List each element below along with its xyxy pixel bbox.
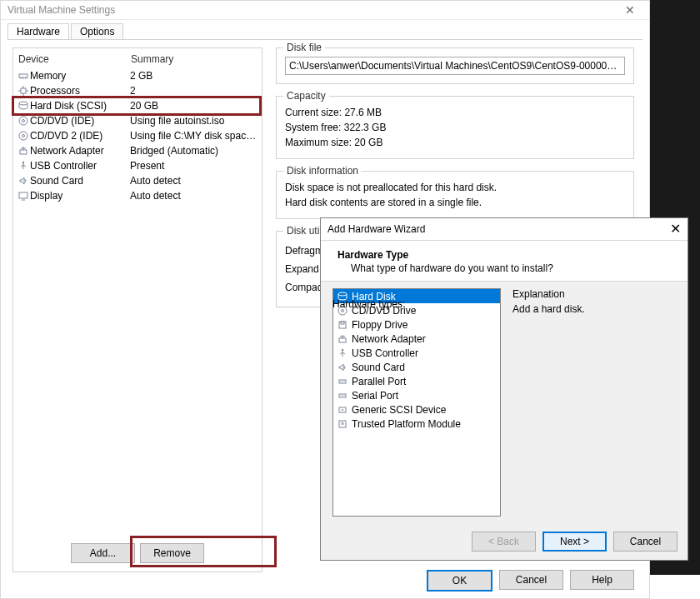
device-list-panel: Device Summary Memory2 GBProcessors2Hard… xyxy=(12,47,262,572)
svg-point-12 xyxy=(19,132,28,140)
device-row-display[interactable]: DisplayAuto detect xyxy=(17,188,258,203)
device-row-hard-disk-scsi-[interactable]: Hard Disk (SCSI)20 GB xyxy=(17,98,258,113)
device-summary: Auto detect xyxy=(130,190,258,202)
svg-rect-45 xyxy=(339,421,346,427)
help-button[interactable]: Help xyxy=(570,570,634,590)
device-summary: 2 GB xyxy=(130,70,258,82)
hw-item-parallel-port[interactable]: Parallel Port xyxy=(333,374,500,388)
wizard-cancel-button[interactable]: Cancel xyxy=(613,532,678,552)
col-device: Device xyxy=(18,53,131,65)
window-close-icon[interactable]: ✕ xyxy=(618,1,642,19)
svg-rect-4 xyxy=(21,88,26,93)
hardware-types-label: Hardware types: xyxy=(332,298,405,310)
tab-hardware[interactable]: Hardware xyxy=(8,23,69,39)
device-summary: Present xyxy=(130,160,258,172)
snd-icon xyxy=(17,176,30,186)
hw-item-sound-card[interactable]: Sound Card xyxy=(333,360,500,374)
svg-point-23 xyxy=(338,292,347,296)
device-row-memory[interactable]: Memory2 GB xyxy=(17,68,258,83)
hw-item-label: Parallel Port xyxy=(352,376,406,387)
svg-point-9 xyxy=(19,102,28,105)
tab-options[interactable]: Options xyxy=(71,23,123,39)
device-summary: 2 xyxy=(130,85,258,97)
col-summary: Summary xyxy=(131,53,257,65)
current-size-label: Current size: xyxy=(285,107,342,118)
ok-button[interactable]: OK xyxy=(427,570,492,592)
disk-file-path[interactable]: C:\Users\anwer\Documents\Virtual Machine… xyxy=(285,57,625,75)
system-free-value: 322.3 GB xyxy=(344,122,387,133)
max-size-value: 20 GB xyxy=(354,137,382,148)
svg-point-44 xyxy=(342,409,343,411)
disk-info-line1: Disk space is not preallocated for this … xyxy=(285,180,625,195)
device-row-cd-dvd-2-ide-[interactable]: CD/DVD 2 (IDE)Using file C:\MY disk spac… xyxy=(17,128,258,143)
hardware-types-list[interactable]: Hard DiskCD/DVD DriveFloppy DriveNetwork… xyxy=(332,288,501,517)
snd-icon xyxy=(337,362,348,372)
tpm-icon xyxy=(337,419,348,429)
max-size-label: Maximum size: xyxy=(285,137,352,148)
wizard-back-button: < Back xyxy=(472,532,536,552)
device-row-cd-dvd-ide-[interactable]: CD/DVD (IDE)Using file autoinst.iso xyxy=(17,113,258,128)
cpu-icon xyxy=(17,86,30,96)
hw-item-network-adapter[interactable]: Network Adapter xyxy=(333,332,500,346)
compact-label: Compact xyxy=(285,280,325,295)
svg-rect-26 xyxy=(339,322,346,328)
current-size-value: 27.6 MB xyxy=(344,107,382,118)
hw-item-label: Sound Card xyxy=(352,362,405,373)
hw-item-floppy-drive[interactable]: Floppy Drive xyxy=(333,317,500,332)
hw-item-serial-port[interactable]: Serial Port xyxy=(333,388,500,402)
wizard-close-icon[interactable]: ✕ xyxy=(670,218,681,240)
cd-icon xyxy=(17,116,30,126)
disp-icon xyxy=(17,191,30,201)
explanation-text: Add a hard disk. xyxy=(512,303,676,315)
add-button[interactable]: Add... xyxy=(71,543,135,563)
hw-item-label: Generic SCSI Device xyxy=(352,404,446,416)
disk-info-legend: Disk information xyxy=(283,165,362,177)
device-row-processors[interactable]: Processors2 xyxy=(17,83,258,98)
svg-rect-27 xyxy=(341,322,344,324)
svg-point-13 xyxy=(22,135,25,137)
floppy-icon xyxy=(337,320,348,330)
hw-item-label: Serial Port xyxy=(352,390,398,402)
device-summary: 20 GB xyxy=(130,100,258,112)
device-row-usb-controller[interactable]: USB ControllerPresent xyxy=(17,158,258,173)
explanation-label: Explanation xyxy=(512,288,676,300)
wizard-heading: Hardware Type xyxy=(338,249,671,261)
hw-item-label: Network Adapter xyxy=(352,333,426,345)
system-free-label: System free: xyxy=(285,122,341,133)
wizard-next-button[interactable]: Next > xyxy=(542,532,607,552)
svg-rect-14 xyxy=(20,150,27,154)
hw-item-label: Trusted Platform Module xyxy=(352,418,461,430)
scsi-icon xyxy=(337,405,348,415)
svg-rect-28 xyxy=(339,338,346,342)
device-name: Hard Disk (SCSI) xyxy=(30,100,130,112)
hw-item-trusted-platform-module[interactable]: Trusted Platform Module xyxy=(333,417,500,431)
device-name: Sound Card xyxy=(30,175,130,187)
capacity-legend: Capacity xyxy=(283,90,329,102)
device-summary: Using file C:\MY disk space fol... xyxy=(130,130,258,142)
port-icon xyxy=(337,391,348,401)
wizard-subheading: What type of hardware do you want to ins… xyxy=(338,262,671,274)
svg-point-17 xyxy=(22,162,24,163)
device-name: Processors xyxy=(30,85,130,97)
device-summary: Bridged (Automatic) xyxy=(130,145,258,157)
disk-file-legend: Disk file xyxy=(283,42,325,53)
device-row-network-adapter[interactable]: Network AdapterBridged (Automatic) xyxy=(17,143,258,158)
usb-icon xyxy=(337,348,348,358)
mem-icon xyxy=(17,71,30,81)
net-icon xyxy=(337,334,348,344)
device-name: CD/DVD 2 (IDE) xyxy=(30,130,130,142)
cancel-button[interactable]: Cancel xyxy=(499,570,563,590)
add-hardware-wizard: Add Hardware Wizard ✕ Hardware Type What… xyxy=(320,217,688,561)
hw-item-label: USB Controller xyxy=(352,347,418,359)
device-row-sound-card[interactable]: Sound CardAuto detect xyxy=(17,173,258,188)
hw-item-generic-scsi-device[interactable]: Generic SCSI Device xyxy=(333,402,500,417)
hw-item-usb-controller[interactable]: USB Controller xyxy=(333,346,500,360)
usb-icon xyxy=(17,161,30,171)
remove-button[interactable]: Remove xyxy=(140,543,204,563)
svg-point-31 xyxy=(342,348,343,350)
device-name: Network Adapter xyxy=(30,145,130,157)
window-title: Virtual Machine Settings xyxy=(8,1,115,19)
net-icon xyxy=(17,146,30,156)
device-summary: Auto detect xyxy=(130,175,258,187)
device-name: Display xyxy=(30,190,130,202)
